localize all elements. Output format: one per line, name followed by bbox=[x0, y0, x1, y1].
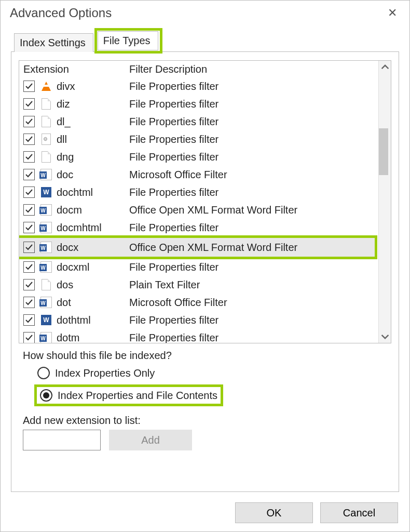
gear-file-icon bbox=[40, 133, 52, 145]
list-header: ExtensionFilter Description bbox=[19, 61, 378, 77]
column-description[interactable]: Filter Description bbox=[129, 63, 378, 75]
scrollbar-track[interactable] bbox=[379, 71, 391, 332]
extension-text: divx bbox=[57, 81, 75, 92]
checkbox[interactable] bbox=[23, 222, 35, 233]
titlebar: Advanced Options ✕ bbox=[1, 1, 409, 29]
new-extension-input[interactable] bbox=[23, 430, 101, 450]
checkbox[interactable] bbox=[23, 279, 35, 290]
column-extension[interactable]: Extension bbox=[23, 63, 129, 75]
filter-description: File Properties filter bbox=[129, 332, 378, 343]
extension-text: diz bbox=[57, 98, 70, 110]
list-row-dot[interactable]: dotMicrosoft Office Filter bbox=[19, 294, 378, 311]
filter-description: File Properties filter bbox=[129, 151, 378, 163]
list-row-dos[interactable]: dosPlain Text Filter bbox=[19, 276, 378, 294]
checkbox[interactable] bbox=[23, 314, 35, 326]
worddoc-file-icon bbox=[40, 241, 52, 254]
filter-description: Plain Text Filter bbox=[129, 279, 378, 291]
list-row-diz[interactable]: dizFile Properties filter bbox=[19, 95, 378, 113]
list-row-docm[interactable]: docmOffice Open XML Format Word Filter bbox=[19, 201, 378, 219]
window-title: Advanced Options bbox=[10, 6, 112, 20]
checkbox[interactable] bbox=[23, 169, 35, 180]
checkbox[interactable] bbox=[23, 187, 35, 198]
checkbox[interactable] bbox=[23, 98, 35, 110]
highlight-file-types-tab: File Types bbox=[94, 28, 162, 54]
checkbox[interactable] bbox=[23, 81, 35, 92]
filter-description: File Properties filter bbox=[129, 187, 378, 198]
vlc-file-icon bbox=[40, 80, 52, 92]
tab-file-types[interactable]: File Types bbox=[98, 31, 158, 50]
extension-text: doc bbox=[57, 169, 73, 181]
word-file-icon: W bbox=[40, 186, 52, 198]
extension-text: dothtml bbox=[57, 314, 91, 326]
checkbox[interactable] bbox=[23, 261, 35, 273]
list-row-dothtml[interactable]: WdothtmlFile Properties filter bbox=[19, 311, 378, 329]
blank-file-icon bbox=[40, 115, 52, 128]
index-question-label: How should this file be indexed? bbox=[19, 348, 391, 364]
extension-text: dng bbox=[57, 151, 74, 163]
radio-label: Index Properties and File Contents bbox=[58, 390, 217, 402]
checkbox[interactable] bbox=[23, 204, 35, 216]
checkbox[interactable] bbox=[23, 151, 35, 163]
filter-description: File Properties filter bbox=[129, 81, 378, 92]
extension-text: dll bbox=[57, 134, 67, 145]
checkbox[interactable] bbox=[23, 242, 35, 253]
extension-text: docm bbox=[57, 204, 82, 216]
worddoc-file-icon bbox=[40, 168, 52, 181]
checkbox[interactable] bbox=[23, 332, 35, 343]
checkbox[interactable] bbox=[23, 297, 35, 308]
filter-description: File Properties filter bbox=[129, 314, 378, 326]
list-row-dll[interactable]: dllFile Properties filter bbox=[19, 130, 378, 148]
dialog-button-row: OK Cancel bbox=[1, 497, 409, 531]
extension-text: dot bbox=[57, 297, 71, 309]
close-icon[interactable]: ✕ bbox=[385, 5, 400, 21]
cancel-button[interactable]: Cancel bbox=[320, 502, 398, 523]
extension-text: dotm bbox=[57, 332, 79, 343]
word-file-icon: W bbox=[40, 314, 52, 326]
extension-text: docmhtml bbox=[57, 222, 102, 234]
list-row-dochtml[interactable]: WdochtmlFile Properties filter bbox=[19, 183, 378, 201]
tab-index-settings[interactable]: Index Settings bbox=[14, 33, 93, 52]
radio-icon bbox=[37, 367, 50, 379]
filter-description: File Properties filter bbox=[129, 261, 378, 273]
highlight-row-docx: docxOffice Open XML Format Word Filter bbox=[19, 235, 377, 259]
scrollbar-thumb[interactable] bbox=[379, 128, 388, 175]
list-row-doc[interactable]: docMicrosoft Office Filter bbox=[19, 166, 378, 183]
filter-description: Microsoft Office Filter bbox=[129, 169, 378, 181]
tab-panel-file-types: ExtensionFilter DescriptiondivxFile Prop… bbox=[11, 51, 399, 492]
extension-list: ExtensionFilter DescriptiondivxFile Prop… bbox=[19, 60, 391, 343]
list-row-dotm[interactable]: dotmFile Properties filter bbox=[19, 329, 378, 343]
worddoc-file-icon bbox=[40, 204, 52, 216]
filter-description: File Properties filter bbox=[129, 98, 378, 110]
radio-properties-only[interactable]: Index Properties Only bbox=[19, 364, 391, 382]
blank-file-icon bbox=[40, 151, 52, 163]
list-row-dng[interactable]: dngFile Properties filter bbox=[19, 148, 378, 166]
worddoc-file-icon bbox=[40, 261, 52, 273]
radio-icon[interactable] bbox=[40, 389, 52, 402]
filter-description: File Properties filter bbox=[129, 134, 378, 145]
scroll-up-icon[interactable] bbox=[381, 63, 389, 71]
tab-strip: Index Settings File Types bbox=[1, 29, 409, 51]
checkbox[interactable] bbox=[23, 134, 35, 145]
vertical-scrollbar[interactable] bbox=[378, 61, 391, 343]
blank-file-icon bbox=[40, 98, 52, 110]
list-row-docx[interactable]: docxOffice Open XML Format Word Filter bbox=[19, 238, 375, 257]
ok-button[interactable]: OK bbox=[235, 502, 313, 523]
worddoc-file-icon bbox=[40, 221, 52, 234]
radio-label: Index Properties Only bbox=[55, 367, 155, 379]
highlight-radio-contents: Index Properties and File Contents bbox=[34, 384, 223, 406]
advanced-options-dialog: Advanced Options ✕ Index Settings File T… bbox=[0, 0, 410, 532]
list-row-divx[interactable]: divxFile Properties filter bbox=[19, 77, 378, 95]
extension-text: dochtml bbox=[57, 187, 93, 198]
worddoc-file-icon bbox=[40, 296, 52, 309]
filter-description: File Properties filter bbox=[129, 116, 378, 128]
filter-description: Office Open XML Format Word Filter bbox=[129, 204, 378, 216]
list-row-docmhtml[interactable]: docmhtmlFile Properties filter bbox=[19, 219, 378, 236]
worddoc-file-icon bbox=[40, 331, 52, 343]
list-row-dl_[interactable]: dl_File Properties filter bbox=[19, 113, 378, 130]
list-row-docxml[interactable]: docxmlFile Properties filter bbox=[19, 258, 378, 276]
filter-description: File Properties filter bbox=[129, 222, 378, 234]
checkbox[interactable] bbox=[23, 116, 35, 127]
filter-description: Microsoft Office Filter bbox=[129, 297, 378, 309]
add-button: Add bbox=[109, 430, 192, 450]
scroll-down-icon[interactable] bbox=[381, 332, 389, 341]
